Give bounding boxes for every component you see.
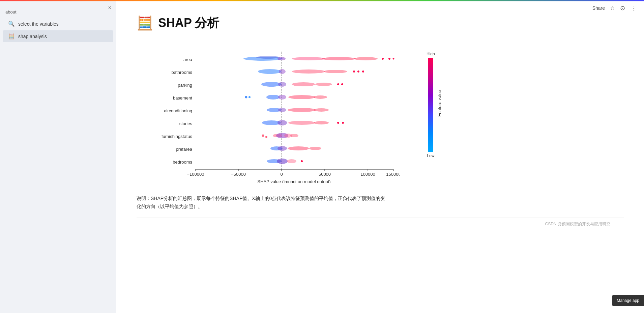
svg-text:−50000: −50000 — [231, 172, 246, 177]
svg-point-25 — [292, 69, 325, 74]
svg-point-15 — [256, 56, 280, 59]
shap-chart: area bathrooms parking basement aircondi… — [137, 41, 423, 184]
colorbar-gradient — [428, 58, 433, 152]
svg-text:150000: 150000 — [386, 172, 400, 177]
search-icon: 🔍 — [8, 21, 15, 27]
svg-point-47 — [277, 120, 287, 125]
svg-point-32 — [292, 82, 315, 86]
beeswarm-bathrooms — [258, 69, 364, 74]
feature-label-parking: parking — [178, 83, 192, 88]
menu-button[interactable]: ⋮ — [631, 4, 637, 12]
feature-label-prefarea: prefarea — [176, 147, 193, 152]
chart-container: area bathrooms parking basement aircondi… — [137, 41, 624, 184]
feature-label-area: area — [183, 57, 193, 62]
page-title-row: 🧮 SHAP 分析 — [137, 15, 624, 31]
colorbar-high-label: High — [427, 52, 435, 56]
svg-point-45 — [314, 108, 329, 112]
svg-point-57 — [290, 134, 298, 137]
beeswarm-prefarea — [270, 146, 321, 151]
svg-point-31 — [278, 82, 286, 87]
svg-point-48 — [288, 121, 315, 125]
svg-point-49 — [314, 121, 329, 124]
beeswarm-furnishingstatus — [262, 133, 299, 138]
sidebar-item-shap-analysis[interactable]: 🧮 shap analysis — [3, 30, 113, 42]
svg-point-36 — [245, 96, 247, 98]
footer-text: CSDN @预测模型的开发与应用研究 — [137, 218, 624, 230]
sidebar-section-about: about — [0, 7, 116, 17]
feature-label-airconditioning: airconditioning — [164, 108, 192, 113]
top-gradient-bar — [0, 0, 644, 1]
svg-text:−100000: −100000 — [187, 172, 204, 177]
feature-label-basement: basement — [173, 95, 192, 101]
colorbar-wrapper: High Low Feature value — [427, 41, 442, 158]
svg-point-26 — [324, 70, 347, 73]
abacus-icon: 🧮 — [8, 33, 15, 39]
svg-point-33 — [315, 83, 332, 86]
svg-point-50 — [337, 122, 339, 124]
svg-point-18 — [322, 57, 356, 60]
star-button[interactable]: ☆ — [610, 5, 615, 11]
svg-point-65 — [301, 160, 303, 162]
svg-point-20 — [382, 58, 384, 60]
colorbar-title-label: Feature value — [437, 73, 442, 134]
svg-point-27 — [353, 70, 355, 73]
svg-point-44 — [288, 108, 316, 112]
share-button[interactable]: Share — [592, 5, 605, 11]
svg-point-38 — [266, 95, 280, 99]
svg-text:0: 0 — [280, 172, 283, 177]
feature-label-bathrooms: bathrooms — [172, 70, 193, 75]
beeswarm-stories — [262, 120, 344, 125]
description-text: 说明：SHAP分析的汇总图，展示每个特征的SHAP值。X轴上的0点代表该特征预测… — [137, 195, 389, 211]
colorbar: High Low — [427, 48, 435, 158]
svg-point-52 — [262, 135, 264, 137]
beeswarm-airconditioning — [267, 108, 329, 112]
github-icon: ⊙ — [620, 4, 625, 12]
svg-point-39 — [278, 95, 286, 99]
sidebar: × about 🔍 select the variables 🧮 shap an… — [0, 1, 116, 313]
menu-icon: ⋮ — [631, 4, 637, 12]
feature-label-furnishingstatus: furnishingstatus — [162, 134, 193, 139]
svg-point-51 — [342, 122, 344, 124]
svg-point-53 — [265, 136, 267, 138]
github-button[interactable]: ⊙ — [620, 4, 625, 12]
beeswarm-parking — [261, 82, 343, 87]
svg-point-28 — [357, 70, 359, 73]
svg-point-43 — [278, 108, 286, 112]
svg-point-40 — [288, 95, 315, 99]
manage-app-button[interactable]: Manage app — [612, 295, 644, 306]
feature-label-stories: stories — [179, 121, 193, 126]
svg-text:100000: 100000 — [360, 172, 375, 177]
sidebar-item-label: shap analysis — [18, 34, 47, 39]
feature-label-bedrooms: bedrooms — [173, 160, 192, 165]
page-title: SHAP 分析 — [158, 15, 219, 31]
svg-point-59 — [277, 146, 287, 151]
svg-point-17 — [292, 57, 325, 60]
svg-point-35 — [341, 83, 343, 85]
svg-point-34 — [337, 83, 339, 85]
beeswarm-basement — [245, 95, 327, 99]
x-axis-label: SHAP value (impact on model output) — [257, 179, 330, 183]
svg-point-21 — [388, 58, 390, 60]
svg-point-37 — [248, 96, 251, 98]
svg-point-29 — [362, 70, 364, 73]
beeswarm-area — [243, 56, 394, 61]
main-content: 🧮 SHAP 分析 area bathrooms parking basemen… — [116, 1, 644, 313]
page-title-icon: 🧮 — [137, 15, 153, 31]
svg-point-61 — [309, 147, 321, 150]
svg-point-63 — [277, 159, 288, 164]
close-button[interactable]: × — [108, 5, 111, 11]
sidebar-item-label: select the variables — [18, 21, 59, 27]
beeswarm-bedrooms — [267, 159, 303, 164]
star-icon: ☆ — [610, 5, 615, 11]
header-bar: Share ☆ ⊙ ⋮ — [586, 1, 644, 15]
svg-text:50000: 50000 — [319, 172, 331, 177]
svg-point-23 — [258, 69, 282, 74]
colorbar-low-label: Low — [427, 153, 434, 158]
svg-point-24 — [279, 69, 286, 74]
svg-point-60 — [288, 146, 309, 150]
svg-point-41 — [314, 95, 327, 99]
svg-point-22 — [393, 58, 394, 60]
svg-point-19 — [354, 57, 378, 60]
sidebar-item-select-variables[interactable]: 🔍 select the variables — [3, 18, 113, 30]
shap-beeswarm-chart: area bathrooms parking basement aircondi… — [137, 41, 400, 183]
